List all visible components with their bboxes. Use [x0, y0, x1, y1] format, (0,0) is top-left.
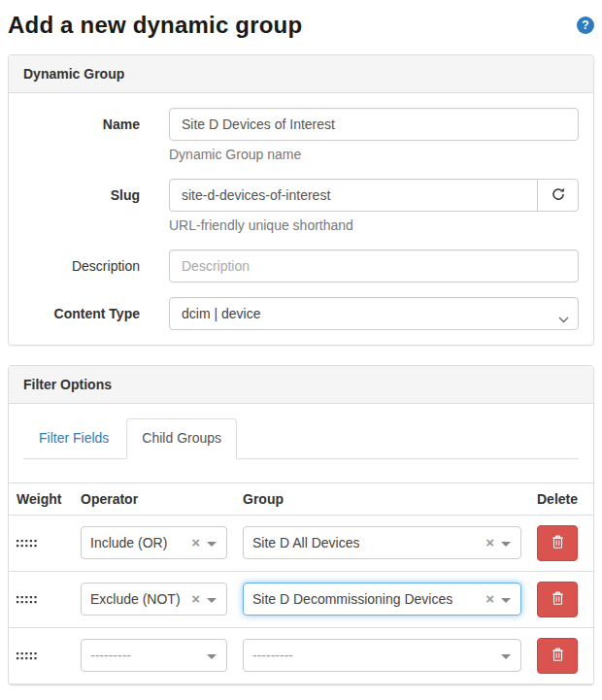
operator-value: Exclude (NOT) [90, 591, 181, 607]
content-type-label: Content Type [23, 297, 169, 330]
operator-value: --------- [90, 648, 131, 663]
child-groups-table: Weight Operator Group Delete [9, 483, 593, 684]
clear-x-icon[interactable]: × [485, 534, 494, 551]
operator-column-header: Operator [73, 483, 235, 515]
group-value: --------- [252, 648, 293, 663]
name-input[interactable] [169, 108, 579, 141]
caret-down-icon [207, 654, 217, 659]
slug-label: Slug [23, 179, 169, 235]
caret-down-icon [207, 598, 217, 603]
regenerate-slug-button[interactable] [537, 179, 579, 212]
group-select[interactable]: --------- [243, 639, 521, 672]
trash-icon [551, 590, 565, 609]
caret-down-icon [501, 542, 511, 547]
delete-row-button[interactable] [537, 638, 578, 674]
delete-row-button[interactable] [537, 582, 578, 617]
caret-down-icon [501, 598, 511, 603]
clear-x-icon[interactable]: × [485, 590, 494, 608]
name-label: Name [23, 108, 169, 164]
description-input[interactable] [169, 250, 579, 283]
operator-select[interactable]: Exclude (NOT) × [81, 583, 227, 616]
tab-child-groups[interactable]: Child Groups [126, 418, 237, 459]
group-value: Site D All Devices [252, 535, 359, 550]
filter-options-panel: Filter Options Filter Fields Child Group… [8, 365, 594, 685]
help-question-circle-icon[interactable]: ? [577, 17, 594, 34]
content-type-value: dcim | device [182, 306, 260, 321]
panel-heading: Dynamic Group [9, 55, 593, 93]
clear-x-icon[interactable]: × [191, 590, 200, 608]
clear-x-icon[interactable]: × [191, 534, 200, 551]
content-type-select[interactable]: dcim | device [169, 297, 579, 330]
slug-input[interactable] [169, 179, 538, 212]
group-select[interactable]: Site D All Devices × [243, 526, 521, 559]
dynamic-group-panel: Dynamic Group Name Dynamic Group name Sl… [8, 54, 594, 346]
description-form-group: Description [23, 250, 579, 283]
group-select[interactable]: Site D Decommissioning Devices × [243, 583, 521, 616]
group-column-header: Group [235, 483, 529, 515]
drag-handle-icon[interactable] [17, 587, 37, 611]
operator-select[interactable]: Include (OR) × [81, 526, 227, 559]
page-title: Add a new dynamic group [8, 12, 302, 39]
child-group-row: Exclude (NOT) × Site D Decommissioning D… [9, 571, 593, 627]
tab-filter-fields[interactable]: Filter Fields [23, 418, 124, 459]
delete-row-button[interactable] [537, 525, 578, 561]
caret-down-icon [501, 654, 511, 659]
filter-tabs: Filter Fields Child Groups [23, 418, 579, 459]
weight-column-header: Weight [9, 483, 73, 515]
operator-value: Include (OR) [90, 535, 167, 550]
trash-icon [551, 647, 565, 665]
description-label: Description [23, 250, 169, 283]
page-header: Add a new dynamic group ? [8, 12, 594, 39]
name-help-text: Dynamic Group name [169, 147, 579, 162]
refresh-icon [551, 186, 566, 205]
slug-help-text: URL-friendly unique shorthand [169, 217, 579, 233]
delete-column-header: Delete [529, 483, 593, 515]
drag-handle-icon[interactable] [17, 644, 37, 667]
slug-form-group: Slug URL-friendly unique shorthand [23, 179, 579, 235]
child-group-row: Include (OR) × Site D All Devices × [9, 515, 593, 571]
child-group-row: --------- --------- [9, 627, 593, 683]
content-type-form-group: Content Type dcim | device [23, 297, 579, 330]
name-form-group: Name Dynamic Group name [23, 108, 579, 164]
chevron-down-icon [558, 311, 569, 326]
operator-select[interactable]: --------- [81, 639, 227, 672]
panel-heading: Filter Options [9, 366, 593, 404]
table-header-row: Weight Operator Group Delete [9, 483, 593, 515]
caret-down-icon [207, 542, 217, 547]
drag-handle-icon[interactable] [17, 531, 37, 554]
group-value: Site D Decommissioning Devices [252, 591, 452, 607]
trash-icon [551, 534, 565, 552]
